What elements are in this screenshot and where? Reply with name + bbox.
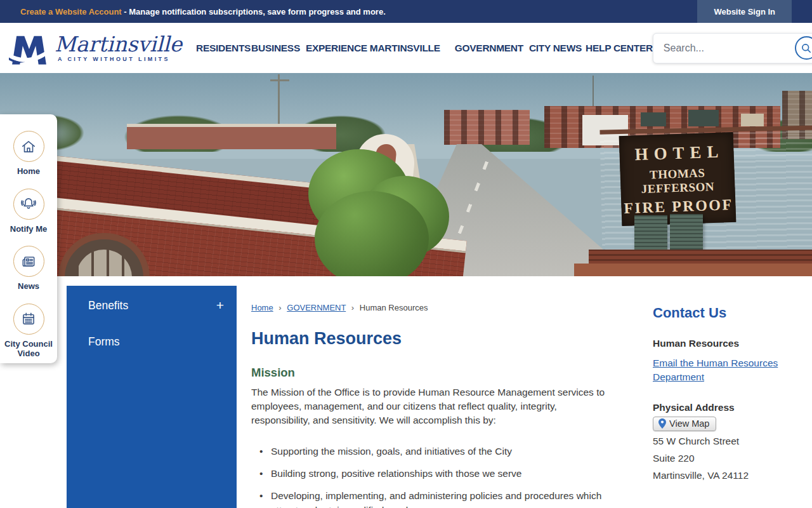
nav-business[interactable]: BUSINESS xyxy=(251,43,300,54)
hero-rooftop-box xyxy=(741,114,764,126)
breadcrumb-separator: › xyxy=(351,303,354,312)
site-logo[interactable]: Martinsville A CITY WITHOUT LIMITS xyxy=(9,29,182,68)
address-line-street: 55 W Church Street xyxy=(653,434,802,448)
quicklink-city-council-video[interactable]: City Council Video xyxy=(2,304,55,359)
mission-heading: Mission xyxy=(251,366,642,380)
email-department-link[interactable]: Email the Human Resources Department xyxy=(653,356,783,384)
nav-residents[interactable]: RESIDENTS xyxy=(196,43,251,54)
logo-tagline: A CITY WITHOUT LIMITS xyxy=(55,56,182,62)
search-button[interactable] xyxy=(795,36,812,60)
section-sidebar: Benefits + Forms xyxy=(67,286,237,508)
breadcrumb-separator: › xyxy=(278,303,281,312)
calendar-icon-circle xyxy=(13,304,44,335)
newspaper-icon xyxy=(20,253,37,270)
address-line-city: Martinsville, VA 24112 xyxy=(653,468,802,483)
bell-icon xyxy=(20,196,37,212)
logo-name: Martinsville xyxy=(55,34,182,55)
main-navigation: RESIDENTS BUSINESS EXPERIENCE MARTINSVIL… xyxy=(196,43,653,54)
view-map-button[interactable]: View Map xyxy=(653,417,716,431)
hero-photo-downtown: HOTEL THOMAS JEFFERSON FIRE PROOF xyxy=(0,73,812,276)
quicklink-council-label: City Council Video xyxy=(2,339,55,359)
expand-benefits-icon[interactable]: + xyxy=(216,298,224,313)
home-icon xyxy=(20,138,37,155)
hero-hotel-sign: HOTEL THOMAS JEFFERSON FIRE PROOF xyxy=(619,132,737,226)
nav-experience-martinsville[interactable]: EXPERIENCE MARTINSVILLE xyxy=(306,43,440,54)
contact-sidebar: Contact Us Human Resources Email the Hum… xyxy=(653,276,802,508)
hero-distant-building xyxy=(444,110,530,145)
hero-ac-unit xyxy=(670,214,703,250)
calendar-icon xyxy=(20,311,37,327)
hero-tree xyxy=(297,148,455,276)
bullet-item: Supporting the mission, goals, and initi… xyxy=(251,444,618,458)
sidebar-item-benefits[interactable]: Benefits + xyxy=(67,286,237,313)
hero-rooftop-ac xyxy=(688,110,719,126)
search-input[interactable] xyxy=(653,43,795,54)
hotel-sign-line1: HOTEL xyxy=(629,142,724,164)
bell-icon-circle xyxy=(13,189,44,220)
hero-rooftop-front xyxy=(574,264,812,276)
breadcrumb-home-link[interactable]: Home xyxy=(251,303,273,312)
quicklink-news[interactable]: News xyxy=(2,246,55,291)
map-pin-icon xyxy=(658,418,666,429)
physical-address-label: Physical Address xyxy=(653,402,802,413)
breadcrumb: Home › GOVERNMENT › Human Resources xyxy=(251,303,642,312)
mission-bullet-list: Supporting the mission, goals, and initi… xyxy=(251,444,618,508)
create-account-link[interactable]: Create a Website Account xyxy=(20,7,122,17)
main-content: Home › GOVERNMENT › Human Resources Huma… xyxy=(251,276,642,508)
hotel-sign-line2: THOMAS JEFFERSON xyxy=(620,164,735,196)
logo-m-icon xyxy=(9,29,49,68)
hero-rooftop-ac xyxy=(641,112,666,126)
contact-us-heading: Contact Us xyxy=(653,305,802,321)
hero-ac-unit xyxy=(634,215,667,251)
sidebar-benefits-label: Benefits xyxy=(88,299,128,312)
search-icon xyxy=(800,42,812,55)
quicklink-notify-me[interactable]: Notify Me xyxy=(2,189,55,234)
mission-paragraph: The Mission of the Office is to provide … xyxy=(251,385,618,427)
bullet-item: Developing, implementing, and administer… xyxy=(251,488,618,508)
view-map-label: View Map xyxy=(669,418,709,429)
hero-mid-building xyxy=(127,124,336,149)
nav-help-center[interactable]: HELP CENTER xyxy=(586,43,653,54)
quicklink-news-label: News xyxy=(2,281,55,291)
breadcrumb-government-link[interactable]: GOVERNMENT xyxy=(287,303,346,312)
quick-links-panel: Home Notify Me News xyxy=(0,114,57,363)
nav-government[interactable]: GOVERNMENT xyxy=(455,43,523,54)
nav-city-news[interactable]: CITY NEWS xyxy=(529,43,582,54)
sidebar-item-forms[interactable]: Forms xyxy=(67,335,237,349)
quicklink-home-label: Home xyxy=(2,166,55,177)
website-sign-in-button[interactable]: Website Sign In xyxy=(697,0,792,23)
page-body: Benefits + Forms Home › GOVERNMENT › Hum… xyxy=(0,276,812,508)
top-utility-bar: Create a Website Account - Manage notifi… xyxy=(0,0,812,23)
address-line-suite: Suite 220 xyxy=(653,451,802,465)
site-header: Martinsville A CITY WITHOUT LIMITS RESID… xyxy=(0,23,812,73)
account-promo-desc: - Manage notification subscriptions, sav… xyxy=(124,7,385,17)
logo-text: Martinsville A CITY WITHOUT LIMITS xyxy=(55,34,182,62)
page-title: Human Resources xyxy=(251,329,642,349)
account-promo-text: Create a Website Account - Manage notifi… xyxy=(0,7,386,17)
breadcrumb-current: Human Resources xyxy=(360,303,428,312)
search-box xyxy=(653,33,812,64)
quicklink-notify-label: Notify Me xyxy=(2,224,55,234)
home-icon-circle xyxy=(13,131,44,162)
department-name: Human Resources xyxy=(653,338,802,349)
sidebar-forms-label: Forms xyxy=(88,335,120,349)
quicklink-home[interactable]: Home xyxy=(2,131,55,177)
newspaper-icon-circle xyxy=(13,246,44,277)
bullet-item: Building strong, positive relationships … xyxy=(251,466,618,481)
